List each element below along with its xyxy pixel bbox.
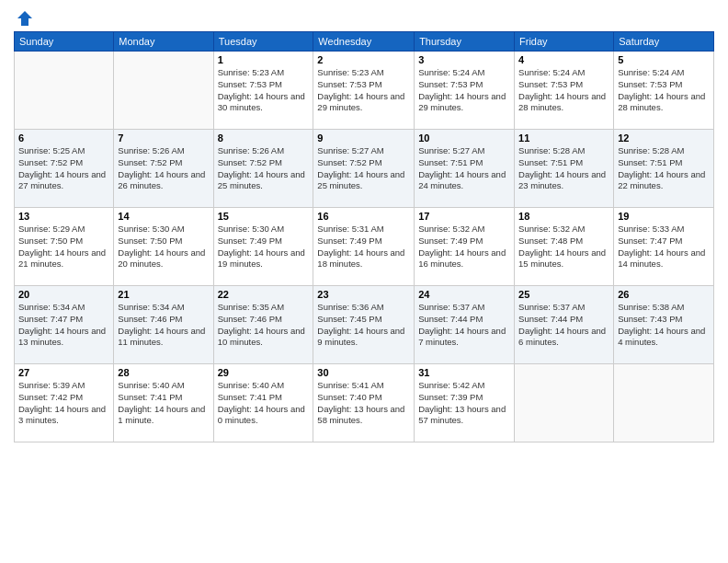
day-number: 17 [418,211,510,222]
page-container: SundayMondayTuesdayWednesdayThursdayFrid… [0,0,728,452]
day-info: Sunrise: 5:28 AM Sunset: 7:51 PM Dayligh… [618,145,710,192]
calendar-cell: 21Sunrise: 5:34 AM Sunset: 7:46 PM Dayli… [114,286,213,364]
day-header-friday: Friday [515,32,614,52]
day-info: Sunrise: 5:31 AM Sunset: 7:49 PM Dayligh… [317,224,410,270]
day-number: 12 [618,132,710,144]
calendar-cell: 12Sunrise: 5:28 AM Sunset: 7:51 PM Dayli… [614,130,714,208]
day-number: 22 [218,289,310,300]
day-number: 24 [418,289,510,300]
day-info: Sunrise: 5:32 AM Sunset: 7:48 PM Dayligh… [518,224,609,270]
day-info: Sunrise: 5:34 AM Sunset: 7:47 PM Dayligh… [18,302,109,349]
day-number: 11 [518,132,609,144]
calendar-cell: 28Sunrise: 5:40 AM Sunset: 7:41 PM Dayli… [114,364,213,442]
day-info: Sunrise: 5:26 AM Sunset: 7:52 PM Dayligh… [218,145,310,192]
day-number: 6 [18,132,109,144]
day-number: 14 [118,211,209,222]
day-info: Sunrise: 5:34 AM Sunset: 7:46 PM Dayligh… [118,302,209,349]
day-number: 29 [218,367,310,378]
day-info: Sunrise: 5:36 AM Sunset: 7:45 PM Dayligh… [317,302,410,349]
day-header-sunday: Sunday [15,32,114,52]
logo-icon [16,9,34,28]
calendar-cell: 30Sunrise: 5:41 AM Sunset: 7:40 PM Dayli… [313,364,415,442]
calendar-cell: 8Sunrise: 5:26 AM Sunset: 7:52 PM Daylig… [213,130,313,208]
day-number: 31 [418,367,510,378]
svg-marker-0 [17,11,32,26]
day-number: 27 [18,367,109,378]
calendar-cell: 29Sunrise: 5:40 AM Sunset: 7:41 PM Dayli… [213,364,313,442]
day-info: Sunrise: 5:35 AM Sunset: 7:46 PM Dayligh… [218,302,310,349]
calendar-table: SundayMondayTuesdayWednesdayThursdayFrid… [14,31,714,442]
day-info: Sunrise: 5:38 AM Sunset: 7:43 PM Dayligh… [618,302,710,349]
day-info: Sunrise: 5:25 AM Sunset: 7:52 PM Dayligh… [18,145,109,192]
day-number: 25 [518,289,609,300]
day-info: Sunrise: 5:24 AM Sunset: 7:53 PM Dayligh… [418,67,510,114]
day-number: 3 [418,54,510,65]
day-header-saturday: Saturday [614,32,714,52]
day-number: 21 [118,289,209,300]
day-number: 18 [518,211,609,222]
day-number: 23 [317,289,410,300]
day-info: Sunrise: 5:23 AM Sunset: 7:53 PM Dayligh… [317,67,410,114]
day-info: Sunrise: 5:40 AM Sunset: 7:41 PM Dayligh… [218,380,310,427]
calendar-cell [515,364,614,442]
calendar-cell: 23Sunrise: 5:36 AM Sunset: 7:45 PM Dayli… [313,286,415,364]
calendar-cell: 4Sunrise: 5:24 AM Sunset: 7:53 PM Daylig… [515,52,614,130]
calendar-cell: 14Sunrise: 5:30 AM Sunset: 7:50 PM Dayli… [114,208,213,286]
page-header [14,9,714,24]
day-info: Sunrise: 5:41 AM Sunset: 7:40 PM Dayligh… [317,380,410,427]
calendar-cell: 31Sunrise: 5:42 AM Sunset: 7:39 PM Dayli… [415,364,515,442]
calendar-cell: 11Sunrise: 5:28 AM Sunset: 7:51 PM Dayli… [515,130,614,208]
calendar-week-row: 6Sunrise: 5:25 AM Sunset: 7:52 PM Daylig… [15,130,714,208]
calendar-cell: 3Sunrise: 5:24 AM Sunset: 7:53 PM Daylig… [415,52,515,130]
day-number: 19 [618,211,710,222]
calendar-week-row: 13Sunrise: 5:29 AM Sunset: 7:50 PM Dayli… [15,208,714,286]
day-info: Sunrise: 5:28 AM Sunset: 7:51 PM Dayligh… [518,145,609,192]
calendar-cell: 25Sunrise: 5:37 AM Sunset: 7:44 PM Dayli… [515,286,614,364]
day-info: Sunrise: 5:30 AM Sunset: 7:49 PM Dayligh… [218,224,310,270]
calendar-cell: 7Sunrise: 5:26 AM Sunset: 7:52 PM Daylig… [114,130,213,208]
day-info: Sunrise: 5:29 AM Sunset: 7:50 PM Dayligh… [18,224,109,270]
calendar-cell [114,52,213,130]
calendar-cell: 22Sunrise: 5:35 AM Sunset: 7:46 PM Dayli… [213,286,313,364]
day-info: Sunrise: 5:42 AM Sunset: 7:39 PM Dayligh… [418,380,510,427]
logo [14,9,34,24]
day-number: 7 [118,132,209,144]
day-header-wednesday: Wednesday [313,32,415,52]
day-info: Sunrise: 5:27 AM Sunset: 7:52 PM Dayligh… [317,145,410,192]
day-header-monday: Monday [114,32,213,52]
day-number: 16 [317,211,410,222]
day-header-thursday: Thursday [415,32,515,52]
day-number: 20 [18,289,109,300]
day-info: Sunrise: 5:37 AM Sunset: 7:44 PM Dayligh… [418,302,510,349]
calendar-cell: 16Sunrise: 5:31 AM Sunset: 7:49 PM Dayli… [313,208,415,286]
day-number: 2 [317,54,410,65]
day-info: Sunrise: 5:33 AM Sunset: 7:47 PM Dayligh… [618,224,710,270]
day-info: Sunrise: 5:24 AM Sunset: 7:53 PM Dayligh… [518,67,609,114]
calendar-week-row: 1Sunrise: 5:23 AM Sunset: 7:53 PM Daylig… [15,52,714,130]
day-number: 10 [418,132,510,144]
calendar-cell [614,364,714,442]
day-number: 13 [18,211,109,222]
day-number: 5 [618,54,710,65]
calendar-header-row: SundayMondayTuesdayWednesdayThursdayFrid… [15,32,714,52]
day-header-tuesday: Tuesday [213,32,313,52]
calendar-cell: 15Sunrise: 5:30 AM Sunset: 7:49 PM Dayli… [213,208,313,286]
calendar-cell: 20Sunrise: 5:34 AM Sunset: 7:47 PM Dayli… [15,286,114,364]
calendar-cell: 24Sunrise: 5:37 AM Sunset: 7:44 PM Dayli… [415,286,515,364]
day-info: Sunrise: 5:37 AM Sunset: 7:44 PM Dayligh… [518,302,609,349]
day-info: Sunrise: 5:40 AM Sunset: 7:41 PM Dayligh… [118,380,209,427]
calendar-cell [15,52,114,130]
day-info: Sunrise: 5:39 AM Sunset: 7:42 PM Dayligh… [18,380,109,427]
calendar-week-row: 20Sunrise: 5:34 AM Sunset: 7:47 PM Dayli… [15,286,714,364]
calendar-cell: 6Sunrise: 5:25 AM Sunset: 7:52 PM Daylig… [15,130,114,208]
calendar-cell: 1Sunrise: 5:23 AM Sunset: 7:53 PM Daylig… [213,52,313,130]
calendar-cell: 10Sunrise: 5:27 AM Sunset: 7:51 PM Dayli… [415,130,515,208]
calendar-cell: 18Sunrise: 5:32 AM Sunset: 7:48 PM Dayli… [515,208,614,286]
day-number: 30 [317,367,410,378]
day-number: 1 [218,54,310,65]
calendar-cell: 2Sunrise: 5:23 AM Sunset: 7:53 PM Daylig… [313,52,415,130]
day-number: 28 [118,367,209,378]
day-info: Sunrise: 5:26 AM Sunset: 7:52 PM Dayligh… [118,145,209,192]
calendar-cell: 13Sunrise: 5:29 AM Sunset: 7:50 PM Dayli… [15,208,114,286]
day-info: Sunrise: 5:30 AM Sunset: 7:50 PM Dayligh… [118,224,209,270]
